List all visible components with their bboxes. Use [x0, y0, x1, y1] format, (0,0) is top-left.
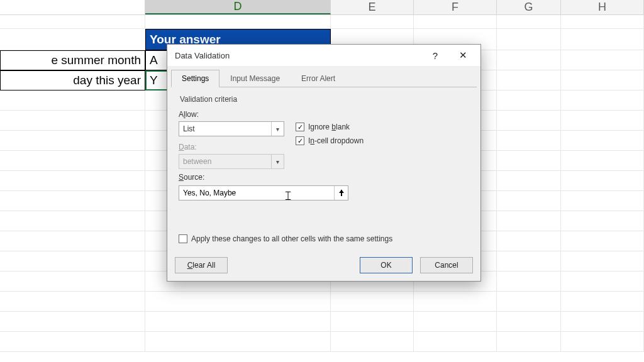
cell[interactable] [0, 15, 145, 29]
close-button[interactable]: ✕ [449, 46, 477, 65]
cell[interactable] [0, 171, 145, 191]
cell[interactable] [561, 191, 644, 211]
cell[interactable] [145, 332, 331, 352]
cell[interactable] [331, 312, 414, 332]
data-combobox: between ▾ [179, 154, 284, 169]
dialog-buttons: Clear All OK Cancel [167, 251, 480, 281]
column-header-d[interactable]: D [145, 0, 331, 14]
range-picker-icon [338, 190, 345, 196]
data-validation-dialog: Data Validation ? ✕ Settings Input Messa… [167, 44, 481, 282]
ignore-blank-label: Ignore blank [308, 123, 350, 131]
cell[interactable] [0, 292, 145, 312]
dialog-body: Validation criteria Allow: List ▾ Data: … [167, 87, 480, 251]
column-header-blank[interactable] [0, 0, 145, 14]
cell[interactable] [561, 231, 644, 251]
cell[interactable] [497, 332, 561, 352]
cell[interactable] [497, 70, 561, 90]
cell[interactable] [331, 292, 414, 312]
allow-value: List [179, 124, 271, 133]
cell[interactable] [561, 251, 644, 272]
cell[interactable] [0, 312, 145, 332]
cell[interactable] [0, 272, 145, 292]
cell[interactable] [497, 111, 561, 131]
tab-input-message[interactable]: Input Message [219, 70, 291, 87]
help-button[interactable]: ? [421, 46, 449, 65]
ignore-blank-checkbox[interactable]: ✓ Ignore blank [296, 123, 364, 131]
cell[interactable] [331, 15, 414, 29]
checkbox-checked-icon: ✓ [296, 123, 304, 131]
tab-error-alert[interactable]: Error Alert [291, 70, 346, 87]
cell[interactable] [497, 251, 561, 272]
cell[interactable] [561, 151, 644, 171]
cell[interactable] [561, 171, 644, 191]
cancel-button[interactable]: Cancel [420, 257, 473, 273]
cell[interactable] [497, 29, 561, 50]
cell[interactable] [497, 90, 561, 111]
close-icon: ✕ [459, 50, 467, 61]
cell[interactable] [414, 332, 497, 352]
cell[interactable] [561, 50, 644, 70]
cell[interactable] [561, 332, 644, 352]
cell[interactable] [0, 151, 145, 171]
cell[interactable] [0, 231, 145, 251]
cell[interactable] [497, 15, 561, 29]
data-label: Data: [179, 143, 284, 151]
cell[interactable] [497, 50, 561, 70]
source-label: Source: [179, 173, 469, 182]
column-header-f[interactable]: F [414, 0, 497, 14]
clear-all-button[interactable]: Clear All [175, 257, 228, 273]
cell[interactable] [561, 90, 644, 111]
cell[interactable] [0, 29, 145, 50]
cell[interactable] [497, 171, 561, 191]
cell[interactable] [497, 272, 561, 292]
cell[interactable] [145, 312, 331, 332]
cell[interactable] [561, 15, 644, 29]
cell[interactable] [497, 191, 561, 211]
cell[interactable] [561, 292, 644, 312]
allow-label: Allow: [179, 110, 284, 119]
cell[interactable] [561, 70, 644, 90]
cell[interactable] [497, 312, 561, 332]
column-header-e[interactable]: E [331, 0, 414, 14]
cell[interactable] [561, 29, 644, 50]
cell[interactable] [561, 272, 644, 292]
cell[interactable] [0, 211, 145, 231]
validation-criteria-label: Validation criteria [180, 95, 469, 104]
cell[interactable] [0, 191, 145, 211]
cell[interactable] [145, 292, 331, 312]
column-header-h[interactable]: H [561, 0, 644, 14]
tab-settings[interactable]: Settings [171, 70, 219, 87]
cell[interactable] [0, 111, 145, 131]
dialog-titlebar[interactable]: Data Validation ? ✕ [167, 45, 480, 66]
checkbox-unchecked-icon [179, 234, 187, 243]
column-header-g[interactable]: G [497, 0, 561, 14]
allow-combobox[interactable]: List ▾ [179, 121, 284, 136]
cell[interactable] [497, 151, 561, 171]
cell[interactable] [414, 292, 497, 312]
apply-all-checkbox[interactable]: Apply these changes to all other cells w… [179, 234, 469, 243]
cell[interactable] [561, 131, 644, 151]
cell-question-2[interactable]: day this year [0, 70, 145, 90]
in-cell-dropdown-checkbox[interactable]: ✓ In-cell dropdown [296, 136, 364, 145]
source-input[interactable] [179, 189, 334, 197]
ok-button[interactable]: OK [360, 257, 413, 273]
cell[interactable] [497, 292, 561, 312]
cell[interactable] [561, 111, 644, 131]
cell[interactable] [0, 251, 145, 272]
cell[interactable] [561, 312, 644, 332]
cell-question-1[interactable]: e summer month [0, 50, 145, 70]
cell[interactable] [561, 211, 644, 231]
cell[interactable] [331, 332, 414, 352]
cell[interactable] [0, 90, 145, 111]
cell[interactable] [145, 15, 331, 29]
range-picker-button[interactable] [334, 186, 348, 200]
cell[interactable] [0, 131, 145, 151]
cell[interactable] [0, 332, 145, 352]
cell[interactable] [497, 131, 561, 151]
chevron-down-icon: ▾ [271, 155, 284, 168]
cell[interactable] [497, 211, 561, 231]
cell[interactable] [414, 15, 497, 29]
cell[interactable] [497, 231, 561, 251]
cell[interactable] [414, 312, 497, 332]
source-field[interactable] [179, 185, 348, 200]
